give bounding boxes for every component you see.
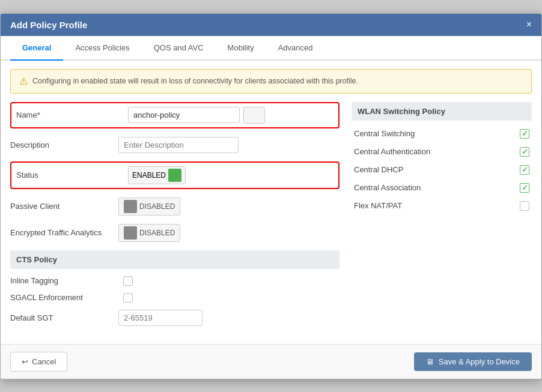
central-authentication-label: Central Authentication [354,147,430,156]
left-panel: Name* Description Status ENABLED [10,102,340,334]
default-sgt-row: Default SGT [10,310,340,326]
save-label: Save & Apply to Device [439,357,520,366]
cancel-label: Cancel [32,357,56,366]
wlan-row-flex-nat-pat: Flex NAT/PAT [352,201,532,211]
modal-footer: ↩ Cancel 🖥 Save & Apply to Device [1,344,541,379]
tab-mobility[interactable]: Mobility [216,36,266,61]
passive-client-indicator [124,200,137,213]
passive-client-toggle[interactable]: DISABLED [118,198,180,216]
description-input[interactable] [118,137,239,153]
name-input[interactable] [128,107,240,123]
name-label: Name* [16,110,124,119]
warning-icon: ⚠ [19,76,28,87]
wlan-row-central-switching: Central Switching [352,129,532,139]
cancel-icon: ↩ [22,357,28,366]
sgacl-row: SGACL Enforcement [10,293,340,303]
cts-policy-section-header: CTS Policy [10,250,340,269]
tab-general[interactable]: General [10,36,63,61]
encrypted-traffic-value: DISABLED [139,229,175,237]
central-dhcp-label: Central DHCP [354,165,403,174]
central-switching-label: Central Switching [354,129,415,138]
warning-text: Configuring in enabled state will result… [32,77,358,85]
tab-qos-avc[interactable]: QOS and AVC [142,36,216,61]
modal-title: Add Policy Profile [10,20,87,30]
flex-nat-pat-checkbox[interactable] [520,201,529,211]
central-switching-checkbox[interactable] [520,129,529,139]
status-field-wrapper: Status ENABLED [10,161,340,189]
inline-tagging-label: Inline Tagging [10,276,118,285]
status-toggle-group: ENABLED [128,166,186,184]
inline-tagging-checkbox[interactable] [123,276,133,286]
name-input-group [128,107,265,124]
inline-tagging-row: Inline Tagging [10,276,340,286]
sgacl-checkbox[interactable] [123,293,133,303]
sgacl-label: SGACL Enforcement [10,293,118,302]
default-sgt-label: Default SGT [10,313,118,322]
central-association-label: Central Association [354,183,421,192]
modal-header: Add Policy Profile × [1,14,541,36]
cancel-button[interactable]: ↩ Cancel [10,352,67,372]
central-association-checkbox[interactable] [520,183,529,193]
passive-client-value: DISABLED [139,202,175,211]
add-policy-profile-modal: Add Policy Profile × General Access Poli… [0,13,542,379]
save-apply-button[interactable]: 🖥 Save & Apply to Device [414,352,532,371]
description-row: Description [10,137,340,153]
encrypted-traffic-row: Encrypted Traffic Analytics DISABLED [10,224,340,242]
encrypted-traffic-label: Encrypted Traffic Analytics [10,228,118,237]
tab-bar: General Access Policies QOS and AVC Mobi… [1,36,541,61]
passive-client-label: Passive Client [10,202,118,211]
save-icon: 🖥 [426,357,434,366]
status-label: Status [16,170,124,179]
wlan-section-title: WLAN Switching Policy [352,102,532,121]
status-toggle[interactable]: ENABLED [128,166,186,184]
warning-banner: ⚠ Configuring in enabled state will resu… [10,69,532,94]
encrypted-traffic-indicator [124,226,137,240]
wlan-row-central-authentication: Central Authentication [352,147,532,157]
modal-content: Name* Description Status ENABLED [1,102,541,344]
description-label: Description [10,140,118,149]
tab-advanced[interactable]: Advanced [266,36,325,61]
tab-access-policies[interactable]: Access Policies [63,36,141,61]
name-field-wrapper: Name* [10,102,340,128]
wlan-row-central-association: Central Association [352,183,532,193]
default-sgt-input[interactable] [118,310,202,326]
central-authentication-checkbox[interactable] [520,147,529,157]
encrypted-traffic-toggle[interactable]: DISABLED [118,224,180,242]
status-value: ENABLED [132,171,166,179]
status-indicator [168,169,181,182]
close-button[interactable]: × [526,20,532,29]
central-dhcp-checkbox[interactable] [520,165,529,175]
right-panel: WLAN Switching Policy Central Switching … [352,102,532,334]
flex-nat-pat-label: Flex NAT/PAT [354,201,402,210]
wlan-row-central-dhcp: Central DHCP [352,165,532,175]
passive-client-row: Passive Client DISABLED [10,198,340,216]
